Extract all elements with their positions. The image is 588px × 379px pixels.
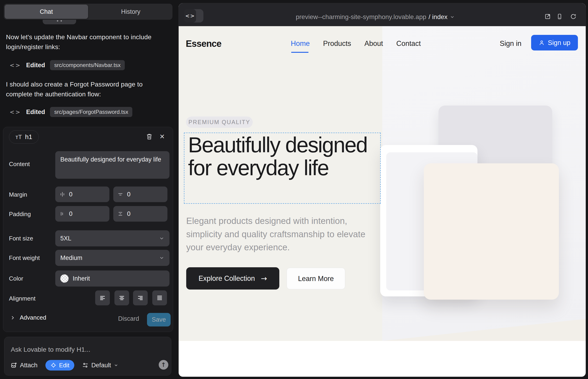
chat-sidebar: Chat History Now let's update the Navbar… xyxy=(0,0,179,379)
element-editor-panel: тT h1 ✕ Content Beautifully designed for… xyxy=(3,127,173,332)
code-icon: <> xyxy=(10,109,21,115)
nav-link-products[interactable]: Products xyxy=(323,39,351,48)
padding-x-input[interactable]: 0 xyxy=(55,206,109,222)
discard-button[interactable]: Discard xyxy=(118,315,139,322)
attach-button[interactable]: Attach xyxy=(11,362,38,369)
padding-y-input[interactable]: 0 xyxy=(113,206,167,222)
sign-in-link[interactable]: Sign in xyxy=(500,34,522,53)
padding-y-icon xyxy=(117,211,123,217)
assistant-message: I should also create a Forgot Password p… xyxy=(6,79,156,99)
attach-image-icon xyxy=(11,362,17,368)
edited-label: Edited xyxy=(26,62,45,69)
element-tag: h1 xyxy=(25,133,32,141)
nav-link-contact[interactable]: Contact xyxy=(396,39,421,48)
open-external-button[interactable] xyxy=(544,13,551,21)
chat-history-tabbar: Chat History xyxy=(4,4,172,20)
nav-link-about[interactable]: About xyxy=(364,39,383,48)
advanced-toggle[interactable]: Advanced xyxy=(10,314,46,321)
code-icon: <> xyxy=(10,62,21,69)
trash-icon xyxy=(146,133,153,140)
site-navbar: Essence Home Products About Contact Sign… xyxy=(179,34,586,53)
margin-y-input[interactable]: 0 xyxy=(113,187,167,202)
element-tag-pill: тT h1 xyxy=(9,130,39,144)
site-nav-links: Home Products About Contact xyxy=(291,34,421,53)
color-select[interactable]: Inherit xyxy=(55,270,170,286)
target-icon xyxy=(50,362,56,368)
save-button[interactable]: Save xyxy=(147,313,171,327)
preview-panel: <> preview--charming-site-symphony.lovab… xyxy=(179,3,586,377)
align-left-icon xyxy=(99,295,106,301)
selection-outline xyxy=(184,133,381,204)
type-icon: тT xyxy=(15,134,22,141)
margin-y-icon xyxy=(117,191,123,197)
assistant-message: Now let's update the Navbar component to… xyxy=(6,32,156,52)
align-justify-icon xyxy=(156,295,163,301)
mobile-device-icon xyxy=(556,13,563,20)
nav-link-home[interactable]: Home xyxy=(291,39,310,48)
align-center-icon xyxy=(118,295,125,301)
premium-quality-badge: PREMIUM QUALITY xyxy=(186,117,253,128)
content-input[interactable]: Beautifully designed for everyday life xyxy=(55,151,170,179)
color-label: Color xyxy=(9,275,23,282)
content-label: Content xyxy=(9,161,30,168)
tab-chat[interactable]: Chat xyxy=(5,5,88,19)
chevron-down-icon xyxy=(159,255,164,261)
chevron-down-icon xyxy=(450,15,455,19)
margin-label: Margin xyxy=(9,191,27,198)
code-preview-toggle[interactable]: <> xyxy=(184,9,203,22)
close-panel-button[interactable]: ✕ xyxy=(158,132,167,141)
margin-x-icon xyxy=(59,191,65,197)
file-edit-row: <> Edited src/pages/ForgotPassword.tsx xyxy=(10,107,132,117)
align-left-button[interactable] xyxy=(95,290,110,305)
user-icon xyxy=(539,40,545,46)
padding-x-icon xyxy=(59,211,65,217)
margin-x-input[interactable]: 0 xyxy=(55,187,109,202)
align-right-icon xyxy=(137,295,144,301)
explore-collection-button[interactable]: Explore Collection → xyxy=(186,267,279,289)
file-edit-row: <> Edited src/components/Navbar.tsx xyxy=(10,60,125,70)
external-link-icon xyxy=(544,13,551,20)
refresh-button[interactable] xyxy=(570,13,576,21)
decorative-card-cream xyxy=(424,163,559,300)
mode-select[interactable]: Default xyxy=(82,362,118,369)
chevron-right-icon xyxy=(10,315,15,320)
font-size-select[interactable]: 5XL xyxy=(55,230,170,246)
chat-composer[interactable]: Ask Lovable to modify H1... Attach Edit … xyxy=(4,337,171,376)
edited-label: Edited xyxy=(26,109,45,116)
code-icon: <> xyxy=(184,9,196,22)
file-chip[interactable]: src/pages/ForgotPassword.tsx xyxy=(50,107,132,117)
font-size-label: Font size xyxy=(9,235,33,242)
chevron-down-icon xyxy=(114,363,118,367)
composer-placeholder[interactable]: Ask Lovable to modify H1... xyxy=(11,346,90,353)
tab-history[interactable]: History xyxy=(89,4,172,20)
preview-url[interactable]: preview--charming-site-symphony.lovable.… xyxy=(296,13,455,21)
file-chip[interactable]: src/components/Navbar.tsx xyxy=(50,60,124,70)
align-right-button[interactable] xyxy=(133,290,148,305)
align-center-button[interactable] xyxy=(114,290,129,305)
chevron-down-icon xyxy=(159,236,164,241)
refresh-icon xyxy=(570,13,576,20)
learn-more-button[interactable]: Learn More xyxy=(287,268,345,289)
website-hero: Essence Home Products About Contact Sign… xyxy=(179,26,586,341)
preview-browser-bar: <> preview--charming-site-symphony.lovab… xyxy=(179,3,586,26)
arrow-right-icon: → xyxy=(261,274,267,283)
font-weight-select[interactable]: Medium xyxy=(55,250,170,266)
alignment-label: Alignment xyxy=(9,295,35,302)
site-logo[interactable]: Essence xyxy=(186,34,221,53)
delete-element-button[interactable] xyxy=(145,132,154,141)
close-icon: ✕ xyxy=(159,133,165,141)
mobile-view-button[interactable] xyxy=(556,13,563,21)
sliders-icon xyxy=(82,362,89,368)
font-weight-label: Font weight xyxy=(9,254,40,262)
padding-label: Padding xyxy=(9,211,31,218)
send-button[interactable]: ↑ xyxy=(159,360,168,370)
align-justify-button[interactable] xyxy=(152,290,167,305)
color-swatch xyxy=(60,274,69,283)
edit-mode-button[interactable]: Edit xyxy=(46,360,75,371)
scrolled-chip-partial xyxy=(43,20,76,24)
hero-description: Elegant products designed with intention… xyxy=(186,214,370,254)
sign-up-button[interactable]: Sign up xyxy=(531,35,578,50)
